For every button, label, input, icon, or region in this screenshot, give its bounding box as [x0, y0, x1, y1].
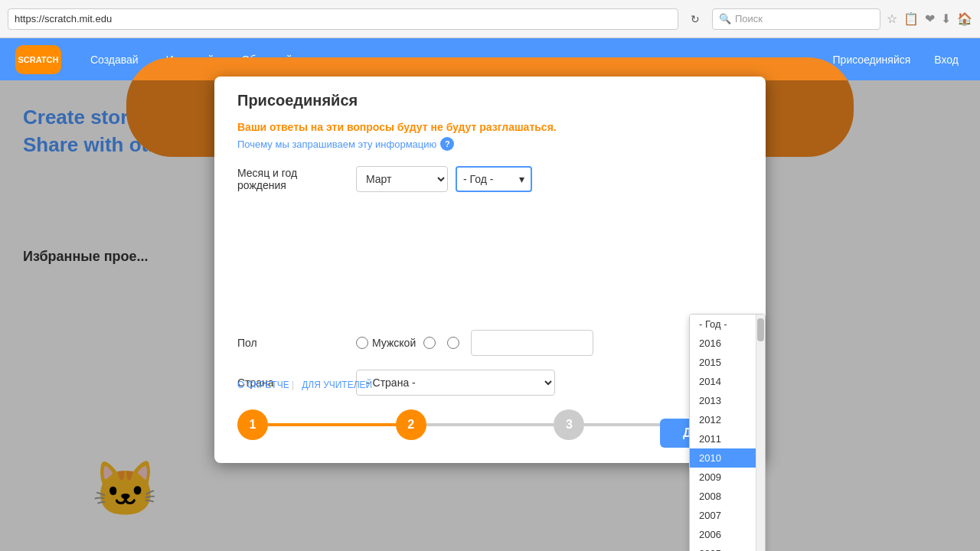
- gender-female-label[interactable]: [423, 337, 439, 349]
- year-option[interactable]: 2012: [690, 410, 765, 429]
- year-dropdown-list[interactable]: - Год -201620152014201320122011201020092…: [689, 314, 766, 551]
- year-options-container: - Год -201620152014201320122011201020092…: [690, 315, 765, 551]
- for-teachers-link[interactable]: ДЛЯ УЧИТЕЛЕЙ: [302, 380, 372, 390]
- browser-icons: ☆ 📋 ❤ ⬇ 🏠: [887, 11, 972, 26]
- nav-signin[interactable]: Вход: [928, 51, 965, 69]
- about-scratch-link[interactable]: О СКРЕТЧЕ: [237, 380, 294, 390]
- modal-hint-text: Почему мы запрашиваем эту информацию: [237, 139, 436, 150]
- country-controls: - Страна -: [356, 370, 743, 396]
- modal-dialog: Присоединяйся Ваши ответы на эти вопросы…: [214, 77, 766, 463]
- year-option[interactable]: 2006: [690, 525, 765, 544]
- address-bar[interactable]: https://scratch.mit.edu: [8, 8, 678, 30]
- gender-row: Пол Мужской: [237, 330, 743, 356]
- year-option[interactable]: 2010: [690, 448, 765, 468]
- year-option[interactable]: 2013: [690, 391, 765, 410]
- gender-male-text: Мужской: [372, 337, 416, 349]
- year-option[interactable]: 2009: [690, 468, 765, 487]
- year-option[interactable]: - Год -: [690, 315, 765, 334]
- search-placeholder: Поиск: [735, 13, 763, 24]
- download-icon[interactable]: ⬇: [941, 11, 951, 26]
- gender-text-input[interactable]: [471, 330, 593, 356]
- birth-date-controls: Январь Февраль Март Апрель Май Июнь Июль…: [356, 166, 743, 192]
- birth-date-row: Месяц и год рождения Январь Февраль Март…: [237, 166, 743, 192]
- progress-line-2: [426, 423, 554, 426]
- year-chevron-icon: ▾: [519, 173, 524, 185]
- modal-hint: Почему мы запрашиваем эту информацию ?: [237, 137, 743, 151]
- scrollbar-thumb: [757, 318, 764, 341]
- progress-step-1: 1: [237, 409, 268, 440]
- year-option[interactable]: 2008: [690, 487, 765, 506]
- scrollbar[interactable]: [756, 315, 765, 551]
- gender-male-label[interactable]: Мужской: [356, 337, 416, 349]
- scratch-nav-right: Присоединяйся Вход: [827, 51, 965, 69]
- progress-step-3: 3: [554, 409, 584, 440]
- gender-controls: Мужской: [356, 330, 743, 356]
- search-icon: 🔍: [719, 13, 731, 24]
- browser-chrome: https://scratch.mit.edu ↻ 🔍 Поиск ☆ 📋 ❤ …: [0, 0, 980, 38]
- year-option[interactable]: 2011: [690, 429, 765, 448]
- nav-create[interactable]: Создавай: [84, 51, 145, 69]
- gender-male-radio[interactable]: [356, 337, 368, 349]
- gender-female-radio[interactable]: [423, 337, 436, 349]
- progress-step-2: 2: [396, 409, 426, 440]
- year-dropdown-trigger[interactable]: - Год - ▾: [456, 166, 532, 192]
- search-bar[interactable]: 🔍 Поиск: [712, 8, 880, 30]
- year-option[interactable]: 2005: [690, 544, 765, 551]
- year-option[interactable]: 2016: [690, 334, 765, 353]
- star-icon[interactable]: ☆: [887, 11, 897, 26]
- home-icon[interactable]: 🏠: [957, 11, 972, 26]
- url-text: https://scratch.mit.edu: [15, 13, 112, 24]
- modal-title: Присоединяйся: [237, 92, 743, 109]
- month-select[interactable]: Январь Февраль Март Апрель Май Июнь Июль…: [356, 166, 448, 192]
- year-option[interactable]: 2007: [690, 506, 765, 525]
- modal-subtitle: Ваши ответы на эти вопросы будут не буду…: [237, 121, 743, 133]
- progress-line-1: [268, 423, 396, 426]
- scratch-logo: SCRATCH: [15, 45, 61, 74]
- hint-icon[interactable]: ?: [440, 137, 454, 151]
- bookmark-icon[interactable]: 📋: [903, 11, 919, 26]
- country-select[interactable]: - Страна -: [356, 370, 555, 396]
- gender-other-label[interactable]: [447, 337, 463, 349]
- gender-label: Пол: [237, 337, 345, 349]
- year-option[interactable]: 2014: [690, 372, 765, 391]
- year-selected-value: - Год -: [463, 173, 493, 185]
- year-option[interactable]: 2015: [690, 353, 765, 372]
- gender-other-radio[interactable]: [447, 337, 459, 349]
- nav-join[interactable]: Присоединяйся: [827, 51, 917, 69]
- pocket-icon[interactable]: ❤: [925, 11, 935, 26]
- bottom-links: О СКРЕТЧЕ ДЛЯ УЧИТЕЛЕЙ: [237, 380, 372, 390]
- reload-button[interactable]: ↻: [684, 8, 706, 30]
- month-year-label: Месяц и год рождения: [237, 167, 345, 191]
